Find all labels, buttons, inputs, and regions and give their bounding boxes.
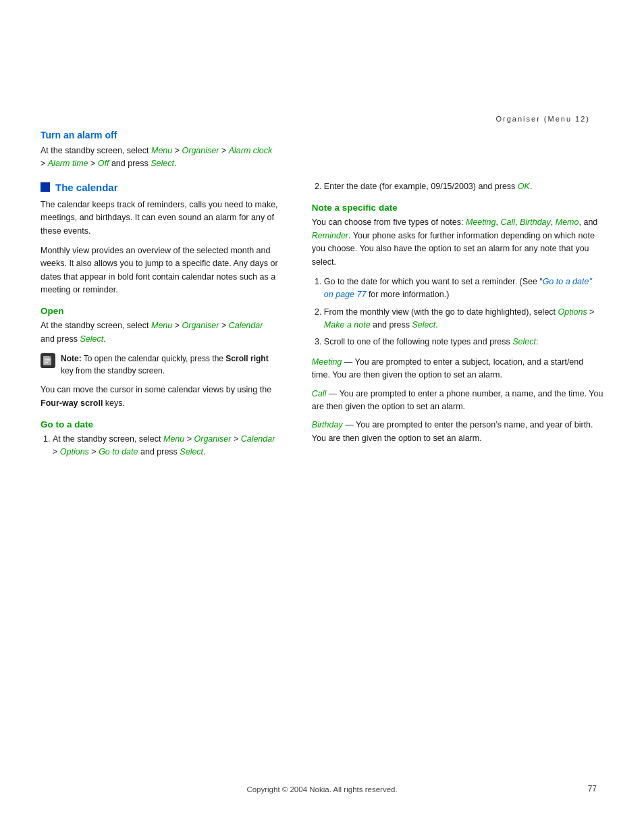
note-svg-icon (43, 355, 53, 366)
alarm-body: At the standby screen, select Menu > Org… (41, 145, 278, 171)
note-specific-steps: Go to the date for which you want to set… (312, 276, 603, 349)
alarm-section: Turn an alarm off At the standby screen,… (41, 130, 278, 171)
calendar-para2: Monthly view provides an overview of the… (41, 244, 278, 297)
right-column: Enter the date (for example, 09/15/2003)… (305, 130, 603, 466)
goto-step1: At the standby screen, select Menu > Org… (53, 433, 278, 459)
open-section: Open At the standby screen, select Menu … (41, 306, 278, 410)
note-specific-section: Note a specific date You can choose from… (312, 203, 603, 445)
open-heading: Open (41, 306, 278, 316)
goto-step2: Enter the date (for example, 09/15/2003)… (324, 180, 603, 193)
calendar-heading: The calendar (55, 182, 118, 193)
calendar-para1: The calendar keeps track of reminders, c… (41, 199, 278, 238)
footer-page-number: 77 (588, 784, 597, 793)
call-note: Call — You are prompted to enter a phone… (312, 388, 603, 414)
goto-list: At the standby screen, select Menu > Org… (41, 433, 278, 459)
page-header: Organiser (Menu 12) (0, 0, 644, 130)
meeting-note: Meeting — You are prompted to enter a su… (312, 356, 603, 382)
goto-heading: Go to a date (41, 419, 278, 429)
header-title: Organiser (Menu 12) (496, 115, 591, 123)
birthday-note: Birthday — You are prompted to enter the… (312, 419, 603, 445)
note-step1: Go to the date for which you want to set… (324, 276, 603, 302)
note-text: Note: To open the calendar quickly, pres… (61, 353, 278, 377)
open-body: At the standby screen, select Menu > Org… (41, 319, 278, 346)
note-step3: Scroll to one of the following note type… (324, 336, 603, 348)
alarm-heading: Turn an alarm off (41, 130, 278, 140)
note-specific-heading: Note a specific date (312, 203, 603, 213)
step2-continuation: Enter the date (for example, 09/15/2003)… (312, 180, 603, 193)
calendar-heading-row: The calendar (41, 182, 278, 193)
calendar-box-icon (41, 182, 50, 192)
note-specific-para1: You can choose from five types of notes:… (312, 216, 603, 269)
note-box: Note: To open the calendar quickly, pres… (41, 353, 278, 377)
page: Organiser (Menu 12) Turn an alarm off At… (0, 0, 644, 834)
footer-copyright: Copyright © 2004 Nokia. All rights reser… (0, 785, 644, 793)
goto-step2-list: Enter the date (for example, 09/15/2003)… (312, 180, 603, 193)
open-para2: You can move the cursor in some calendar… (41, 384, 278, 410)
goto-section: Go to a date At the standby screen, sele… (41, 419, 278, 459)
content-area: Turn an alarm off At the standby screen,… (0, 130, 644, 466)
note-icon (41, 353, 55, 368)
left-column: Turn an alarm off At the standby screen,… (41, 130, 285, 466)
note-step2: From the monthly view (with the go to da… (324, 306, 603, 332)
